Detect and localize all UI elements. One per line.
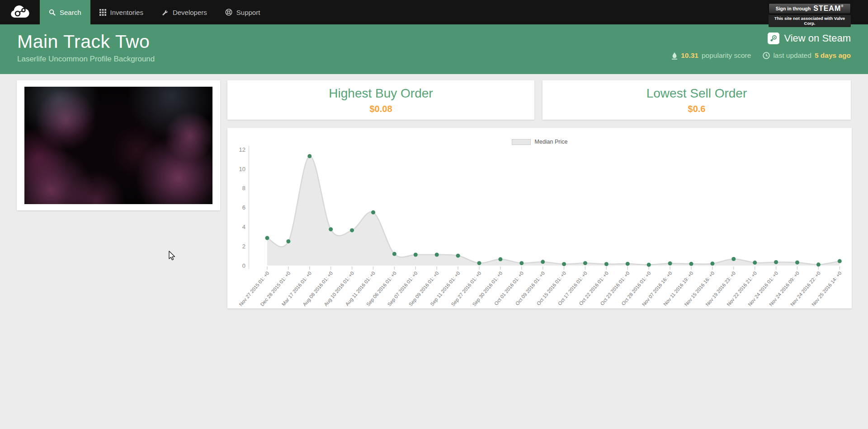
y-axis-tick-label: 8 [242,185,245,191]
y-axis-tick-label: 12 [239,146,245,153]
popularity-icon [671,52,678,60]
nav-item-developers[interactable]: Developers [152,0,216,24]
page-subtitle: Laserlife Uncommon Profile Background [17,55,155,64]
y-axis-tick-label: 2 [242,243,245,250]
lowest-sell-order-title: Lowest Sell Order [542,86,851,101]
page-title: Main Track Two [17,30,155,54]
wrench-icon [161,9,169,16]
median-price-chart-canvas[interactable]: 024681012Nov 27 2015 01: +0Dec 28 2015 0… [227,128,852,308]
data-point[interactable] [435,253,439,257]
data-point[interactable] [604,262,609,266]
legend-item-median-price[interactable]: Median Price [227,139,852,145]
nav-item-label: Search [60,9,81,16]
nav-item-search[interactable]: Search [40,0,90,24]
data-point[interactable] [795,261,799,265]
y-axis-tick-label: 4 [242,224,245,230]
nav-item-inventories[interactable]: Inventories [90,0,152,24]
popularity-score-label: popularity score [702,51,751,60]
highest-buy-order-value: $0.08 [227,104,534,114]
legend-label: Median Price [535,139,568,145]
data-point[interactable] [541,260,545,264]
search-icon [49,9,56,16]
data-point[interactable] [456,254,460,258]
nav-item-support[interactable]: Support [216,0,269,24]
steam-cloud-logo[interactable] [0,0,40,24]
signin-disclaimer: This site not associated with Valve Corp… [769,15,851,27]
mouse-cursor [167,251,176,261]
data-point[interactable] [371,210,375,214]
data-point[interactable] [668,261,672,266]
nav-item-label: Developers [173,9,207,16]
data-point[interactable] [710,261,714,266]
y-axis-tick-label: 10 [239,166,245,173]
lowest-sell-order-card: Lowest Sell Order $0.6 [542,80,851,120]
data-point[interactable] [647,263,651,267]
steam-cloud-logo-icon [10,5,30,19]
page-header: Main Track Two Laserlife Uncommon Profil… [0,24,868,74]
legend-swatch [512,139,531,145]
data-point[interactable] [414,253,418,257]
highest-buy-order-title: Highest Buy Order [227,86,534,101]
data-point[interactable] [774,260,778,264]
sign-in-steam-button[interactable]: Sign in through STEAM® [769,3,851,14]
clock-icon [763,52,770,59]
highest-buy-order-card: Highest Buy Order $0.08 [227,80,534,120]
data-point[interactable] [265,236,269,240]
view-on-steam-link[interactable]: View on Steam [768,33,851,44]
signin-prefix: Sign in through [776,6,811,11]
data-point[interactable] [477,261,481,265]
last-updated-value: 5 days ago [815,51,851,60]
data-point[interactable] [838,259,842,263]
steam-logo-icon [768,33,779,44]
data-point[interactable] [392,252,396,256]
data-point[interactable] [562,262,566,266]
y-axis-tick-label: 0 [242,262,245,269]
data-point[interactable] [307,154,311,158]
data-point[interactable] [689,262,693,266]
lowest-sell-order-value: $0.6 [542,104,851,114]
navbar: Search Inventories Developers Support [0,0,868,24]
data-point[interactable] [731,257,736,261]
data-point[interactable] [816,262,821,266]
data-point[interactable] [286,239,290,243]
data-point[interactable] [583,261,587,265]
grid-icon [99,9,106,16]
data-point[interactable] [753,261,757,265]
signin-area: Sign in through STEAM® This site not ass… [769,3,851,27]
price-history-chart-card: 024681012Nov 27 2015 01: +0Dec 28 2015 0… [227,128,852,308]
data-point[interactable] [350,228,354,232]
nav-item-label: Support [236,9,260,16]
y-axis-tick-label: 6 [242,204,245,211]
signin-steam-word: STEAM® [813,5,844,13]
data-point[interactable] [329,227,333,231]
last-updated-label: last updated [773,51,811,60]
item-image [24,87,212,204]
popularity-score-value: 10.31 [681,51,698,60]
data-point[interactable] [519,261,524,265]
life-ring-icon [225,9,232,16]
item-image-card [17,80,220,210]
view-on-steam-label: View on Steam [784,33,851,44]
nav-item-label: Inventories [110,9,143,16]
data-point[interactable] [498,257,502,261]
data-point[interactable] [626,262,630,266]
